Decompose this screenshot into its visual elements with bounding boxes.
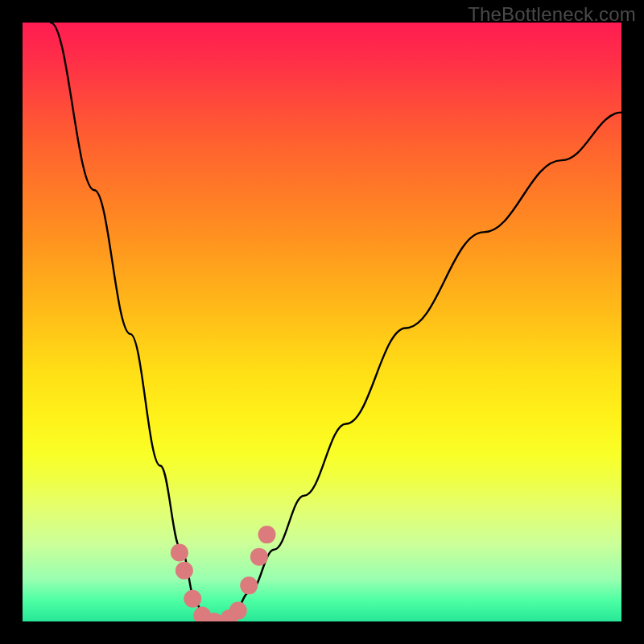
highlight-dot (184, 590, 201, 608)
gradient-background (23, 23, 621, 621)
chart-svg (23, 23, 621, 621)
highlight-dot (250, 548, 268, 566)
highlight-dot (240, 576, 258, 594)
highlight-dot (175, 562, 193, 580)
outer-frame: TheBottleneck.com (0, 0, 644, 644)
highlight-dot (229, 602, 247, 620)
plot-area (23, 23, 621, 621)
highlight-dot (171, 543, 188, 561)
highlight-dot (258, 526, 276, 543)
